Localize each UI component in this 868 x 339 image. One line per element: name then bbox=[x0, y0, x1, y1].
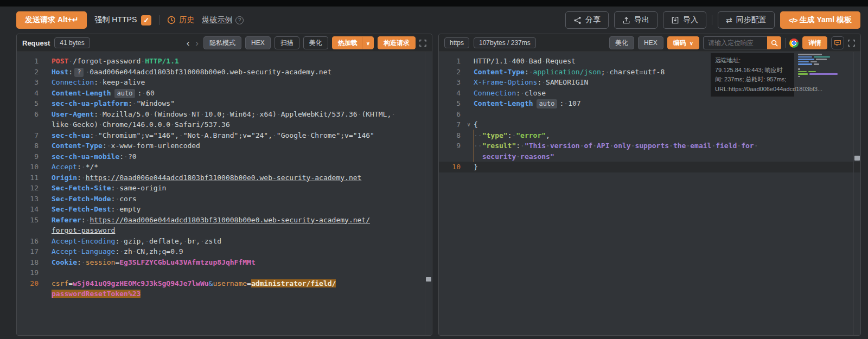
fold-chevron-icon[interactable]: ∨ bbox=[464, 119, 474, 130]
line-number bbox=[17, 225, 42, 236]
import-icon bbox=[671, 16, 679, 24]
response-scrollbar[interactable] bbox=[853, 52, 860, 335]
next-request-icon[interactable]: › bbox=[194, 39, 200, 48]
window-top-bar bbox=[0, 0, 868, 7]
scan-button[interactable]: 扫描 bbox=[275, 36, 299, 49]
line-content: Content-Type:·application/json;·charset=… bbox=[474, 67, 665, 78]
line-number: 20 bbox=[17, 278, 42, 289]
line-number bbox=[17, 289, 42, 299]
line-content: { bbox=[474, 119, 478, 130]
export-button[interactable]: 导出 bbox=[614, 11, 658, 29]
hot-reload-button[interactable]: 热加载 ∨ bbox=[332, 36, 374, 49]
share-button[interactable]: 分享 bbox=[565, 11, 609, 29]
response-search bbox=[703, 36, 781, 49]
minimap[interactable] bbox=[798, 54, 852, 78]
line-number: 2 bbox=[17, 67, 42, 78]
line-number: 3 bbox=[17, 77, 42, 88]
force-https-checkbox[interactable]: ✓ bbox=[141, 15, 151, 25]
fold-gutter bbox=[42, 194, 52, 204]
fold-gutter bbox=[464, 130, 474, 141]
panel-divider[interactable] bbox=[432, 34, 438, 336]
request-panel-header: Request 41 bytes ‹ › 隐私模式 HEX 扫描 美化 热加载 … bbox=[17, 34, 432, 52]
fold-gutter bbox=[464, 88, 474, 99]
line-content: User-Agent:·Mozilla/5.0·(Windows·NT·10.0… bbox=[52, 109, 395, 120]
line-number bbox=[439, 151, 464, 162]
history-clock-icon bbox=[167, 16, 176, 24]
code-line: 8Content-Type:·x-www-form-urlencoded bbox=[17, 140, 432, 151]
response-hex-button[interactable]: HEX bbox=[638, 36, 663, 49]
response-stats-badge: 107bytes / 237ms bbox=[474, 37, 536, 48]
sync-label: 同步配置 bbox=[736, 15, 767, 25]
detail-button[interactable]: 详情 bbox=[802, 36, 827, 49]
fold-gutter bbox=[42, 236, 52, 247]
line-content: Sec-Fetch-Site:·same-origin bbox=[52, 183, 166, 194]
request-fullscreen-icon[interactable] bbox=[419, 40, 426, 47]
line-number: 8 bbox=[17, 140, 42, 151]
request-editor[interactable]: 1POST·/forgot-password·HTTP/1.12Host:?·0… bbox=[17, 52, 432, 335]
line-number: 10 bbox=[17, 162, 42, 172]
comment-icon[interactable] bbox=[831, 36, 844, 49]
generate-yaml-button[interactable]: </> 生成 Yaml 模板 bbox=[780, 11, 860, 29]
line-content: csrf=wSj041uQ9gzHEOMc9J3kSgQ94Je7lwWu&us… bbox=[52, 278, 336, 289]
send-request-button[interactable]: 发送请求 Alt+↵ bbox=[16, 11, 87, 29]
chrome-icon[interactable] bbox=[789, 39, 799, 48]
line-number: 1 bbox=[17, 56, 42, 67]
import-button[interactable]: 导入 bbox=[663, 11, 706, 29]
fold-gutter bbox=[42, 225, 52, 236]
request-scrollbar-thumb[interactable] bbox=[426, 277, 431, 282]
fold-gutter bbox=[42, 130, 52, 141]
hot-reload-label: 热加载 bbox=[338, 39, 358, 48]
code-line: like·Gecko)·Chrome/146.0.0.0·Safari/537.… bbox=[17, 119, 432, 130]
request-scrollbar[interactable] bbox=[425, 52, 432, 335]
line-number: 3 bbox=[439, 77, 464, 88]
request-size-badge: 41 bytes bbox=[54, 37, 90, 48]
request-hex-button[interactable]: HEX bbox=[245, 36, 271, 49]
line-content: ··"result":·"This·version·of·API·only·su… bbox=[474, 140, 758, 151]
fold-gutter bbox=[42, 162, 52, 172]
hot-reload-dropdown-icon[interactable]: ∨ bbox=[366, 40, 370, 46]
response-beautify-button[interactable]: 美化 bbox=[609, 36, 634, 49]
sync-config-button[interactable]: ⇄ 同步配置 bbox=[718, 11, 775, 29]
response-fullscreen-icon[interactable] bbox=[848, 40, 855, 47]
line-number: 13 bbox=[17, 194, 42, 204]
code-line: 11Origin:·https://0aad006e044adcd1803bf3… bbox=[17, 172, 432, 183]
line-content: Cookie:·session=Eg3SLFZYCGbLu43VAfmtzup8… bbox=[52, 257, 256, 268]
line-content: sec-ch-ua-platform:·"Windows" bbox=[52, 98, 175, 109]
fold-gutter bbox=[42, 88, 52, 99]
prev-request-icon[interactable]: ‹ bbox=[186, 39, 191, 48]
fold-gutter bbox=[464, 109, 474, 120]
fold-gutter bbox=[42, 109, 52, 120]
fold-gutter bbox=[42, 119, 52, 130]
construct-request-button[interactable]: 构造请求 bbox=[378, 36, 416, 49]
line-content: } bbox=[474, 162, 478, 172]
help-question-icon[interactable]: ? bbox=[235, 16, 244, 24]
line-number: 7 bbox=[17, 130, 42, 141]
line-content: Origin:·https://0aad006e044adcd1803bf310… bbox=[52, 172, 361, 183]
fold-gutter bbox=[464, 162, 474, 172]
fold-gutter bbox=[42, 140, 52, 151]
force-https-label: 强制 HTTPS bbox=[94, 15, 137, 25]
panels-container: Request 41 bytes ‹ › 隐私模式 HEX 扫描 美化 热加载 … bbox=[0, 34, 868, 337]
request-beautify-button[interactable]: 美化 bbox=[303, 36, 328, 49]
line-content: HTTP/1.1·400·Bad·Request bbox=[474, 56, 576, 67]
fold-gutter bbox=[464, 77, 474, 88]
privacy-mode-button[interactable]: 隐私模式 bbox=[203, 36, 241, 49]
search-button[interactable] bbox=[767, 36, 781, 49]
line-content: Content-Lengthauto:·107 bbox=[474, 98, 581, 109]
history-link[interactable]: 历史 bbox=[167, 15, 194, 25]
response-scrollbar-thumb[interactable] bbox=[854, 156, 860, 161]
line-content: sec-ch-ua-mobile:·?0 bbox=[52, 151, 137, 162]
sync-icon: ⇄ bbox=[726, 16, 732, 24]
code-line: 1POST·/forgot-password·HTTP/1.1 bbox=[17, 56, 432, 67]
blast-example-link[interactable]: 爆破示例 bbox=[202, 15, 232, 25]
line-number: 19 bbox=[17, 267, 42, 278]
code-line: 7sec-ch-ua:·"Chromium";v="146",·"Not-A.B… bbox=[17, 130, 432, 141]
line-number: 16 bbox=[17, 236, 42, 247]
encode-label: 编码 bbox=[673, 39, 686, 48]
code-line: 2Content-Type:·application/json;·charset… bbox=[439, 67, 860, 78]
response-editor[interactable]: 1HTTP/1.1·400·Bad·Request2Content-Type:·… bbox=[439, 52, 860, 335]
response-search-input[interactable] bbox=[703, 36, 767, 49]
fold-gutter bbox=[42, 56, 52, 67]
line-content: Accept-Encoding:·gzip,·deflate,·br,·zstd bbox=[52, 236, 221, 247]
encode-button[interactable]: 编码 ∨ bbox=[667, 36, 699, 49]
